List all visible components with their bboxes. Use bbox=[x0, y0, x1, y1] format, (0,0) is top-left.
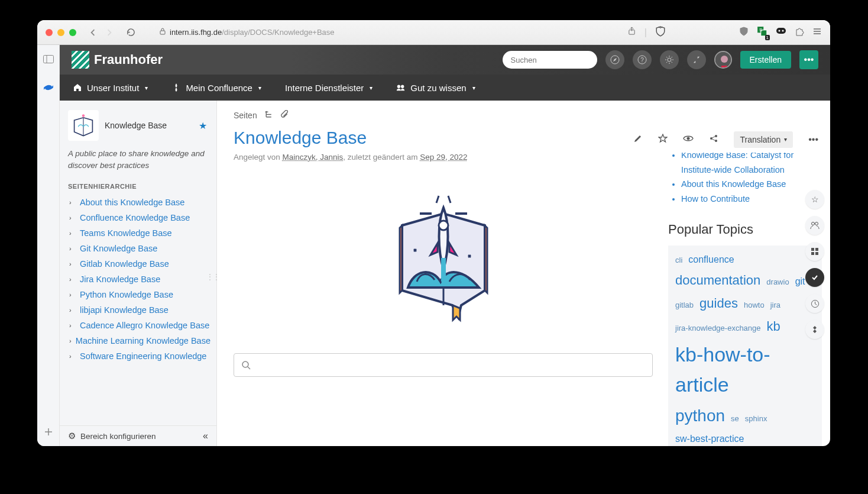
svg-point-26 bbox=[82, 114, 85, 117]
attachment-icon[interactable] bbox=[280, 110, 289, 121]
nav-confluence[interactable]: Mein Confluence▾ bbox=[171, 83, 261, 93]
float-people-button[interactable] bbox=[805, 216, 824, 235]
tree-item[interactable]: ›Python Knowledge Base bbox=[66, 287, 214, 302]
chevron-right-icon: › bbox=[69, 306, 76, 314]
address-bar[interactable]: intern.iis.fhg.de/display/DOCS/Knowledge… bbox=[153, 24, 575, 41]
settings-button[interactable] bbox=[660, 50, 679, 69]
space-sidebar: Knowledge Base ★ A public place to share… bbox=[60, 101, 217, 446]
float-apps-button[interactable] bbox=[805, 242, 824, 261]
more-button[interactable]: ••• bbox=[799, 50, 818, 69]
watch-button[interactable] bbox=[683, 134, 694, 145]
ext-shield-icon[interactable] bbox=[739, 27, 749, 38]
collapse-sidebar-button[interactable]: « bbox=[203, 431, 208, 441]
extensions-icon[interactable] bbox=[795, 27, 804, 38]
breadcrumb-pages[interactable]: Seiten bbox=[234, 111, 257, 120]
svg-point-6 bbox=[779, 30, 780, 31]
sidebar-toggle-icon[interactable] bbox=[43, 53, 54, 65]
translation-button[interactable]: Translation ▾ bbox=[734, 131, 793, 148]
window-maximize-button[interactable] bbox=[69, 29, 76, 36]
discover-button[interactable] bbox=[605, 50, 624, 69]
tag[interactable]: kb-how-to-article bbox=[675, 340, 815, 400]
modified-link[interactable]: Sep 29, 2022 bbox=[420, 153, 467, 162]
help-button[interactable]: ? bbox=[633, 50, 652, 69]
nav-back-button[interactable] bbox=[87, 27, 99, 38]
tag[interactable]: jira-knowledge-exchange bbox=[675, 322, 761, 334]
tree-item[interactable]: ›Git Knowledge Base bbox=[66, 241, 214, 256]
chevron-right-icon: › bbox=[69, 245, 76, 252]
ext-translate-icon[interactable]: S 1 bbox=[757, 26, 767, 39]
tag[interactable]: se bbox=[731, 413, 739, 425]
tree-item[interactable]: ›libjapi Knowledge Base bbox=[66, 302, 214, 318]
nav-goodtoknow[interactable]: Gut zu wissen▾ bbox=[396, 83, 475, 93]
confluence-app-icon[interactable] bbox=[43, 82, 54, 93]
first-steps-link[interactable]: About this Knowledge Base bbox=[681, 177, 822, 192]
share-icon[interactable] bbox=[627, 27, 636, 38]
search-input[interactable] bbox=[503, 51, 597, 69]
lock-icon bbox=[159, 28, 166, 37]
tree-item[interactable]: ›Teams Knowledge Base bbox=[66, 225, 214, 241]
shield-icon[interactable] bbox=[655, 26, 666, 39]
svg-point-36 bbox=[687, 137, 690, 140]
edit-button[interactable] bbox=[633, 134, 643, 146]
search-field[interactable] bbox=[511, 56, 610, 64]
svg-line-41 bbox=[712, 139, 715, 141]
tag[interactable]: cli bbox=[675, 254, 682, 266]
user-avatar[interactable] bbox=[714, 51, 732, 69]
chevron-right-icon: › bbox=[69, 199, 76, 206]
tree-item[interactable]: ›Gitlab Knowledge Base bbox=[66, 256, 214, 272]
float-history-button[interactable] bbox=[805, 294, 824, 313]
first-steps-link[interactable]: How to Contribute bbox=[681, 192, 822, 206]
float-jira-button[interactable] bbox=[805, 320, 824, 339]
chevron-right-icon: › bbox=[69, 353, 76, 360]
reload-button[interactable] bbox=[125, 27, 137, 38]
svg-point-29 bbox=[439, 221, 448, 230]
share-button[interactable] bbox=[709, 134, 718, 146]
tag[interactable]: jira bbox=[770, 299, 780, 311]
add-app-button[interactable] bbox=[43, 426, 54, 438]
tag[interactable]: guides bbox=[699, 293, 738, 313]
tag[interactable]: drawio bbox=[766, 276, 789, 288]
menu-icon[interactable] bbox=[812, 27, 822, 38]
space-title: Knowledge Base bbox=[105, 121, 167, 130]
tag[interactable]: sphinx bbox=[745, 413, 767, 425]
tag[interactable]: python bbox=[675, 403, 725, 428]
svg-point-7 bbox=[782, 30, 784, 31]
tree-item[interactable]: ›Cadence Allegro Knowledge Base bbox=[66, 318, 214, 333]
tree-item[interactable]: ›Jira Knowledge Base bbox=[66, 272, 214, 287]
resize-handle-icon[interactable]: ⋮⋮ bbox=[206, 272, 219, 282]
tag[interactable]: sw-best-practice bbox=[675, 432, 744, 446]
tag[interactable]: kb bbox=[767, 317, 780, 336]
window-minimize-button[interactable] bbox=[57, 29, 64, 36]
star-button[interactable] bbox=[658, 134, 668, 146]
author-link[interactable]: Mainczyk, Jannis bbox=[283, 153, 344, 162]
tag[interactable]: documentation bbox=[675, 270, 760, 290]
tree-item[interactable]: ›About this Knowledge Base bbox=[66, 195, 214, 210]
nav-forward-button[interactable] bbox=[103, 27, 115, 38]
tag[interactable]: git bbox=[795, 275, 805, 289]
svg-rect-28 bbox=[441, 258, 446, 282]
nav-services[interactable]: Interne Dienstleister▾ bbox=[285, 83, 373, 93]
tag[interactable]: confluence bbox=[688, 253, 734, 267]
ext-mask-icon[interactable] bbox=[776, 26, 786, 39]
float-check-button[interactable] bbox=[805, 268, 824, 287]
notifications-button[interactable] bbox=[687, 50, 706, 69]
svg-rect-45 bbox=[815, 248, 818, 251]
tree-item[interactable]: ›Machine Learning Knowledge Base bbox=[66, 333, 214, 348]
chevron-down-icon: ▾ bbox=[784, 136, 787, 143]
star-icon[interactable]: ★ bbox=[199, 120, 207, 131]
page-search-input[interactable] bbox=[234, 353, 653, 377]
nav-institute[interactable]: Unser Institut▾ bbox=[73, 83, 148, 93]
tree-item[interactable]: ›Confluence Knowledge Base bbox=[66, 210, 214, 225]
page-more-button[interactable]: ••• bbox=[808, 134, 818, 145]
create-button[interactable]: Erstellen bbox=[740, 51, 791, 69]
logo[interactable]: Fraunhofer bbox=[72, 51, 163, 69]
svg-line-35 bbox=[248, 367, 250, 369]
svg-line-32 bbox=[436, 196, 439, 203]
configure-space-link[interactable]: Bereich konfigurieren bbox=[80, 432, 156, 441]
tree-item[interactable]: ›Software Engineering Knowledge bbox=[66, 348, 214, 364]
tree-icon[interactable] bbox=[264, 110, 273, 121]
tag[interactable]: howto bbox=[744, 299, 765, 311]
float-star-button[interactable]: ☆ bbox=[805, 190, 824, 209]
tag[interactable]: gitlab bbox=[675, 299, 694, 311]
window-close-button[interactable] bbox=[46, 29, 53, 36]
